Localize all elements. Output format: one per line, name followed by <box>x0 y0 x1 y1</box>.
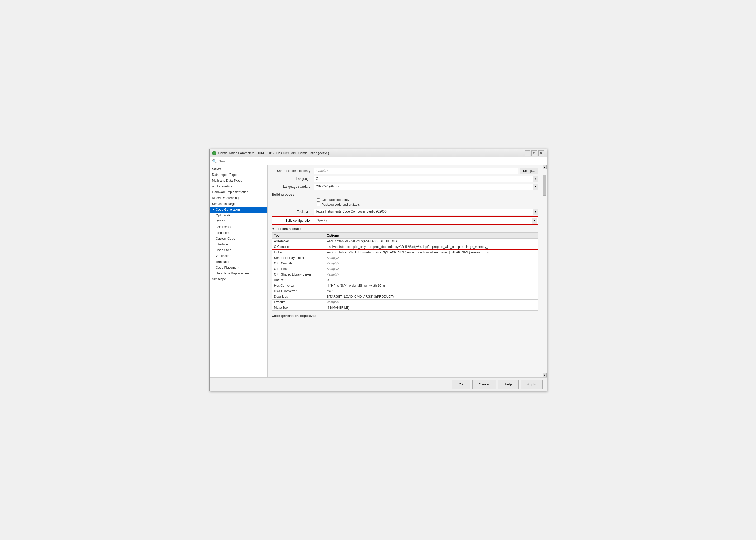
diagnostics-expand-icon: ► <box>212 185 215 188</box>
bottom-bar: OK Cancel Help Apply <box>210 377 547 391</box>
sidebar-item-comments[interactable]: Comments <box>210 224 267 230</box>
table-cell-options[interactable]: --abi=coffabi -z -l$(TI_LIB) --stack_siz… <box>324 250 538 255</box>
table-cell-options[interactable]: <empty> <box>324 261 538 266</box>
build-config-row: Build configuration: Specify ▼ <box>272 216 538 225</box>
table-cell-options[interactable]: $(TARGET_LOAD_CMD_ARGS) $(PRODUCT) <box>324 294 538 300</box>
sidebar-item-code-style[interactable]: Code Style <box>210 247 267 253</box>
close-button[interactable]: ✕ <box>538 150 544 156</box>
language-standard-label: Language standard: <box>272 185 314 189</box>
table-row[interactable]: C++ Linker<empty> <box>272 266 538 272</box>
language-value: C <box>314 176 533 182</box>
custom-code-label: Custom Code <box>216 237 235 240</box>
scroll-up-button[interactable]: ▲ <box>542 165 547 169</box>
shared-coder-dict-label: Shared coder dictionary: <box>272 169 314 173</box>
shared-coder-dict-row: Shared coder dictionary: <empty> Set up.… <box>272 168 538 174</box>
language-label: Language: <box>272 177 314 181</box>
table-cell-options[interactable]: <empty> <box>324 300 538 305</box>
table-cell-options[interactable]: -f $(MAKEFILE) <box>324 305 538 311</box>
toolchain-table: Tool Options Assembler--abi=coffabi -s -… <box>272 232 538 311</box>
package-code-checkbox[interactable] <box>317 203 320 206</box>
table-row[interactable]: Linker--abi=coffabi -z -l$(TI_LIB) --sta… <box>272 250 538 255</box>
build-config-value: Specify <box>315 218 532 223</box>
sidebar-item-simscape[interactable]: Simscape <box>210 276 267 282</box>
sidebar-item-model-ref[interactable]: Model Referencing <box>210 195 267 201</box>
sidebar-item-custom-code[interactable]: Custom Code <box>210 236 267 241</box>
ok-button[interactable]: OK <box>452 380 470 389</box>
build-config-label: Build configuration: <box>273 218 315 223</box>
table-row[interactable]: DWO Converter"$<" <box>272 289 538 294</box>
generate-code-only-checkbox[interactable] <box>317 198 320 202</box>
toolchain-row: Toolchain: Texas Instruments Code Compos… <box>272 208 538 215</box>
toolchain-value: Texas Instruments Code Composer Studio (… <box>314 209 533 214</box>
cancel-button[interactable]: Cancel <box>472 380 496 389</box>
table-cell-options[interactable]: "$<" <box>324 289 538 294</box>
apply-button[interactable]: Apply <box>521 380 542 389</box>
scroll-thumb[interactable] <box>543 175 546 196</box>
sidebar-item-verification[interactable]: Verification <box>210 253 267 259</box>
table-cell-options[interactable]: <empty> <box>324 272 538 277</box>
sidebar-item-diagnostics[interactable]: ► Diagnostics <box>210 184 267 189</box>
minimize-button[interactable]: — <box>525 150 530 156</box>
language-standard-dropdown[interactable]: C89/C90 (ANSI) ▼ <box>314 184 538 190</box>
sidebar-item-report[interactable]: Report <box>210 218 267 224</box>
sidebar-item-data-type-replacement[interactable]: Data Type Replacement <box>210 271 267 276</box>
set-up-button[interactable]: Set up... <box>519 168 538 174</box>
title-bar-buttons: — □ ✕ <box>525 150 544 156</box>
table-row[interactable]: Hex Converter-i "$<" -o "$@" -order MS -… <box>272 283 538 289</box>
interface-label: Interface <box>216 243 228 246</box>
language-dropdown[interactable]: C ▼ <box>314 176 538 182</box>
main-window: Configuration Parameters: TIDM_02012_F28… <box>209 149 547 391</box>
table-cell-options[interactable]: --abi=coffabi -s -v28 -ml $(ASFLAGS_ADDI… <box>324 239 538 244</box>
table-row[interactable]: Shared Library Linker<empty> <box>272 255 538 261</box>
toolchain-dropdown[interactable]: Texas Instruments Code Composer Studio (… <box>314 208 538 215</box>
sidebar-item-hardware[interactable]: Hardware Implementation <box>210 189 267 195</box>
maximize-button[interactable]: □ <box>531 150 537 156</box>
build-config-dropdown[interactable]: Specify ▼ <box>315 217 537 224</box>
search-input[interactable] <box>219 159 544 163</box>
sidebar-item-optimization[interactable]: Optimization <box>210 212 267 218</box>
table-cell-options[interactable]: --abi=coffabi --compile_only --preproc_d… <box>324 244 538 250</box>
build-config-dropdown-arrow[interactable]: ▼ <box>532 218 537 223</box>
help-button[interactable]: Help <box>498 380 518 389</box>
table-cell-options[interactable]: -r <box>324 277 538 283</box>
vertical-scrollbar[interactable]: ▲ ▼ <box>542 165 547 377</box>
scroll-track[interactable] <box>543 169 547 373</box>
table-cell-options[interactable]: -i "$<" -o "$@" -order MS -romwidth 16 -… <box>324 283 538 289</box>
sidebar-item-code-placement[interactable]: Code Placement <box>210 265 267 271</box>
table-row[interactable]: C++ Shared Library Linker<empty> <box>272 272 538 277</box>
language-dropdown-arrow[interactable]: ▼ <box>533 176 538 182</box>
sidebar-item-math-data[interactable]: Math and Data Types <box>210 178 267 184</box>
templates-label: Templates <box>216 260 230 264</box>
table-row[interactable]: Download$(TARGET_LOAD_CMD_ARGS) $(PRODUC… <box>272 294 538 300</box>
language-standard-value: C89/C90 (ANSI) <box>314 184 533 190</box>
table-row[interactable]: Make Tool-f $(MAKEFILE) <box>272 305 538 311</box>
table-cell-options[interactable]: <empty> <box>324 255 538 261</box>
shared-coder-dict-dropdown[interactable]: <empty> <box>314 168 518 174</box>
table-cell-tool: Linker <box>272 250 324 255</box>
language-standard-dropdown-arrow[interactable]: ▼ <box>533 184 538 190</box>
table-cell-tool: Execute <box>272 300 324 305</box>
table-row[interactable]: Execute<empty> <box>272 300 538 305</box>
table-row[interactable]: C Compiler--abi=coffabi --compile_only -… <box>272 244 538 250</box>
scroll-down-button[interactable]: ▼ <box>542 373 547 377</box>
code-gen-objectives: Code generation objectives <box>272 314 538 318</box>
shared-coder-dict-value: <empty> <box>314 168 518 174</box>
table-row[interactable]: Assembler--abi=coffabi -s -v28 -ml $(ASF… <box>272 239 538 244</box>
table-cell-tool: Hex Converter <box>272 283 324 289</box>
table-cell-tool: C++ Shared Library Linker <box>272 272 324 277</box>
hardware-label: Hardware Implementation <box>212 191 248 194</box>
sidebar-item-solver[interactable]: Solver <box>210 166 267 172</box>
sidebar-item-code-gen[interactable]: ▼ Code Generation <box>210 207 267 212</box>
sidebar-item-templates[interactable]: Templates <box>210 259 267 265</box>
table-row[interactable]: C++ Compiler<empty> <box>272 261 538 266</box>
toolchain-dropdown-arrow[interactable]: ▼ <box>533 209 538 214</box>
sidebar-item-sim-target[interactable]: Simulation Target <box>210 201 267 207</box>
table-cell-tool: Download <box>272 294 324 300</box>
sidebar-item-identifiers[interactable]: Identifiers <box>210 230 267 236</box>
table-row[interactable]: Archiver-r <box>272 277 538 283</box>
sidebar-item-interface[interactable]: Interface <box>210 241 267 247</box>
table-cell-options[interactable]: <empty> <box>324 266 538 272</box>
sidebar-item-data-import[interactable]: Data Import/Export <box>210 172 267 178</box>
sim-target-label: Simulation Target <box>212 202 237 206</box>
toolchain-details-label: Toolchain details <box>276 227 301 231</box>
